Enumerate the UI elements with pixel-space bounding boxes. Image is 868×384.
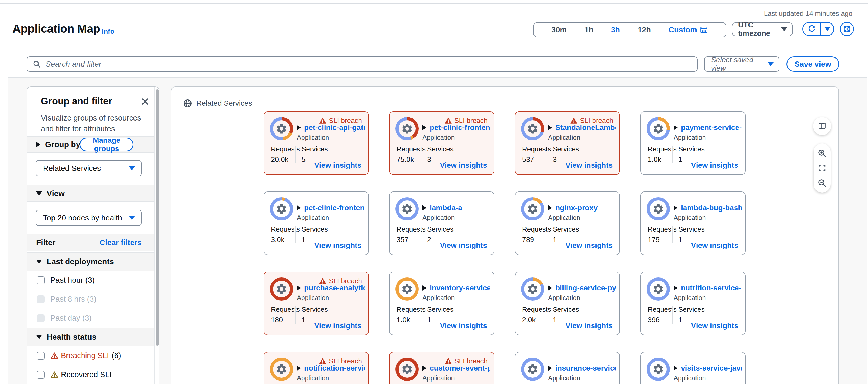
clear-filters-link[interactable]: Clear filters [99,238,142,247]
refresh-options-button[interactable] [821,23,833,35]
health-donut [270,117,293,140]
expand-triangle-icon[interactable] [548,205,552,211]
expand-triangle-icon[interactable] [674,205,678,211]
time-range-30m[interactable]: 30m [551,26,567,34]
service-link[interactable]: StandaloneLambda [548,123,616,132]
manage-groups-button[interactable]: Manage groups [80,138,133,151]
checkbox[interactable] [37,352,44,360]
expand-triangle-icon[interactable] [423,365,426,371]
service-link[interactable]: billing-service-python [548,284,616,292]
view-insights-link[interactable]: View insights [314,321,362,330]
service-card[interactable]: SLI breach purchase-analytics-en... Appl… [264,271,369,335]
service-card[interactable]: lambda-bug-bash Application Requests 179… [640,191,746,255]
expand-triangle-icon[interactable] [297,205,301,211]
service-link[interactable]: inventory-service-java [423,284,491,292]
expand-triangle-icon[interactable] [297,365,301,371]
service-link[interactable]: nutrition-service-nodejs [674,284,742,292]
time-range-3h[interactable]: 3h [611,26,620,34]
expand-triangle-icon[interactable] [674,285,678,291]
view-insights-link[interactable]: View insights [566,241,613,250]
service-card[interactable]: pet-clinic-frontend-java Application Req… [264,191,369,255]
saved-view-dropdown[interactable]: Select saved view [704,57,779,72]
expand-triangle-icon[interactable] [674,365,678,371]
checkbox[interactable] [37,277,44,284]
filter-section-header[interactable]: Last deployments [27,252,154,271]
service-card[interactable]: billing-service-python Application Reque… [515,271,620,335]
time-range-1h[interactable]: 1h [584,26,593,34]
service-card[interactable]: nginx-proxy Application Requests 789 Ser… [515,191,620,255]
close-panel-button[interactable] [141,97,150,106]
view-select[interactable]: Top 20 nodes by health [36,210,142,226]
view-insights-link[interactable]: View insights [566,161,613,169]
expand-triangle-icon[interactable] [548,285,552,291]
service-link[interactable]: insurance-service-pyth... [548,364,616,373]
gear-icon [275,203,287,215]
service-card[interactable]: SLI breach customer-event-proce... Appli… [389,352,494,384]
service-card[interactable]: inventory-service-java Application Reque… [389,271,494,335]
view-insights-link[interactable]: View insights [314,241,362,250]
view-insights-link[interactable]: View insights [691,321,738,330]
service-card[interactable]: lambda-a Application Requests 357 Servic… [389,191,494,255]
zoom-in-button[interactable] [817,148,827,159]
info-link[interactable]: Info [102,27,115,36]
view-insights-link[interactable]: View insights [440,241,487,250]
service-card[interactable]: payment-service-dotnet Application Reque… [640,111,746,175]
expand-triangle-icon[interactable] [297,125,301,130]
refresh-button[interactable] [803,23,821,35]
view-insights-link[interactable]: View insights [314,161,362,169]
expand-triangle-icon[interactable] [423,205,426,211]
group-by-select[interactable]: Related Services [36,160,142,177]
sidebar-scrollbar[interactable] [156,89,159,346]
expand-triangle-icon[interactable] [297,285,301,291]
view-insights-link[interactable]: View insights [440,161,487,169]
view-insights-link[interactable]: View insights [440,321,487,330]
checkbox[interactable] [37,371,44,379]
minimap-toggle-button[interactable] [813,117,831,135]
service-card[interactable]: SLI breach StandaloneLambda Application … [515,111,620,175]
view-insights-link[interactable]: View insights [566,321,613,330]
service-link[interactable]: lambda-bug-bash [674,203,742,212]
service-link[interactable]: pet-clinic-frontend-ec... [423,123,491,132]
view-section-header[interactable]: View [27,185,154,202]
service-type-label: Application [674,214,706,222]
service-card[interactable]: SLI breach notification-service-java App… [264,352,369,384]
group-by-section-header[interactable]: Group by Manage groups [27,136,154,153]
view-insights-link[interactable]: View insights [691,161,738,169]
time-range-custom[interactable]: Custom [669,26,708,34]
service-link[interactable]: pet-clinic-api-gateway [297,123,365,132]
service-name: nginx-proxy [555,203,597,212]
expand-triangle-icon[interactable] [423,125,426,130]
search-input[interactable] [45,60,692,69]
service-link[interactable]: pet-clinic-frontend-java [297,203,365,212]
service-link[interactable]: customer-event-proce... [423,364,491,373]
expand-triangle-icon[interactable] [423,285,426,291]
expand-triangle-icon[interactable] [674,125,678,130]
service-card[interactable]: nutrition-service-nodejs Application Req… [640,271,746,335]
timezone-dropdown[interactable]: UTC timezone [732,22,793,36]
service-card[interactable]: SLI breach pet-clinic-frontend-ec... App… [389,111,494,175]
service-card[interactable]: visits-service-java Application Requests… [640,352,746,384]
service-link[interactable]: notification-service-java [297,364,365,373]
expand-triangle-icon[interactable] [548,125,552,130]
fit-to-screen-button[interactable] [817,163,827,173]
time-range-12h[interactable]: 12h [638,26,651,34]
service-link[interactable]: purchase-analytics-en... [297,284,365,292]
requests-value: 537 [522,156,547,164]
requests-label: Requests [271,306,296,314]
expand-triangle-icon[interactable] [548,365,552,371]
service-type-label: Application [423,214,455,222]
service-card[interactable]: SLI breach pet-clinic-api-gateway Applic… [264,111,369,175]
filter-section-header[interactable]: Health status [27,328,154,346]
service-link[interactable]: payment-service-dotnet [674,123,742,132]
zoom-out-button[interactable] [817,178,827,188]
service-link[interactable]: lambda-a [423,203,462,212]
fullscreen-button[interactable] [840,22,854,36]
save-view-button[interactable]: Save view [786,57,839,72]
service-link[interactable]: nginx-proxy [548,203,597,212]
service-name: inventory-service-java [430,284,491,292]
service-type-label: Application [423,294,455,302]
view-insights-link[interactable]: View insights [691,241,738,250]
service-link[interactable]: visits-service-java [674,364,742,373]
service-card[interactable]: insurance-service-pyth... Application Re… [515,352,620,384]
service-name: notification-service-java [304,364,365,373]
